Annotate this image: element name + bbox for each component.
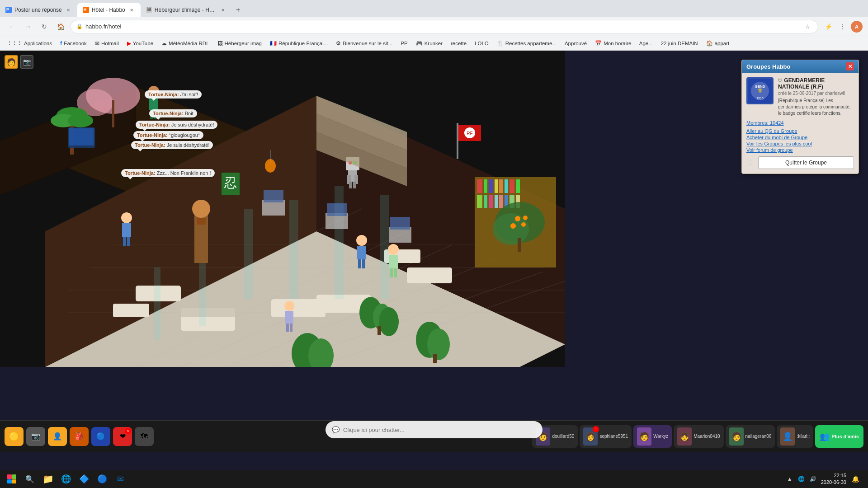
content-area[interactable]: 忍 RF: [0, 51, 868, 470]
new-tab-button[interactable]: +: [231, 3, 245, 17]
friend-nailageran06[interactable]: 🧑 nailageran06: [726, 425, 775, 448]
friend-warkyz[interactable]: 🧑 Warkyz: [633, 425, 672, 448]
group-link-forum[interactable]: Voir forum de groupe: [746, 147, 854, 153]
groupes-close-button[interactable]: ✕: [846, 62, 854, 70]
habbo-icon-6[interactable]: ❤ 5: [113, 427, 132, 446]
bookmark-lolo-label: LOLO: [475, 41, 489, 46]
group-link-qg[interactable]: Aller au QG du Groupe: [746, 128, 854, 134]
group-badge: GEND ⚜ 1515: [746, 77, 774, 104]
chat-speaker-6: Tortue-Ninja:: [125, 170, 156, 176]
game-canvas[interactable]: 忍 RF: [0, 51, 868, 470]
tab-close-hebergeur[interactable]: ✕: [220, 6, 225, 14]
svg-rect-78: [286, 324, 289, 332]
extensions-button[interactable]: ⚡: [822, 20, 835, 33]
chat-text-3: Je suis déshydraté!: [171, 122, 214, 127]
tray-up-arrow[interactable]: ▲: [786, 475, 794, 483]
forward-button[interactable]: →: [22, 20, 34, 33]
svg-rect-26: [509, 179, 514, 193]
habbo-icon-4[interactable]: 🎒: [70, 427, 89, 446]
group-members-row: Membres: 10424: [746, 120, 854, 126]
hotmail-icon: ✉: [95, 40, 99, 47]
taskbar-chrome[interactable]: 🌐: [58, 471, 74, 487]
tab-close-poster[interactable]: ✕: [65, 6, 72, 14]
taskbar-edge[interactable]: 🔷: [76, 471, 92, 487]
bookmark-facebook[interactable]: f Facebook: [57, 39, 90, 47]
friend-sophiane5951[interactable]: 👩 1 sophiane5951: [580, 425, 632, 448]
tab-title-hebergeur: Hébergeur d'image - Hébergem...: [155, 7, 217, 13]
tab-poster[interactable]: P Poster une réponse ✕: [0, 3, 77, 17]
svg-point-113: [515, 216, 520, 221]
friend-kilari[interactable]: 👤 :kilari::: [777, 425, 813, 448]
bookmark-horaire[interactable]: 📅 Mon horaire — Age...: [591, 39, 656, 47]
chat-speaker-5: Tortue-Ninja:: [135, 142, 165, 148]
plus-amis-button[interactable]: 👥 Plus d'amis: [815, 425, 863, 448]
tab-hebergeur[interactable]: 🖼 Hébergeur d'image - Hébergem... ✕: [141, 3, 231, 17]
bookmark-bienvenue[interactable]: ⚙ Bienvenue sur le sit...: [332, 39, 396, 47]
windows-search-button[interactable]: 🔍: [22, 471, 38, 487]
more-button[interactable]: ⋮: [836, 20, 849, 33]
svg-rect-59: [154, 267, 160, 340]
bookmark-meteo[interactable]: ☁ MétéoMédia RDL: [158, 39, 212, 47]
profile-avatar[interactable]: A: [851, 21, 863, 33]
habbo-icon-2[interactable]: 📷: [26, 427, 45, 446]
habbo-icon-1[interactable]: 🟡: [5, 427, 24, 446]
bookmark-pp[interactable]: PP: [397, 40, 411, 47]
tab-close-habbo[interactable]: ✕: [128, 6, 135, 14]
svg-rect-20: [477, 179, 482, 193]
bookmark-star-icon[interactable]: ☆: [802, 22, 812, 32]
group-links: Aller au QG du Groupe Acheter du mobi de…: [746, 128, 854, 153]
group-name: 🛡 GENDARMERIE NATIONALE (R.F): [778, 77, 854, 90]
bookmark-krunker[interactable]: 🎮 Krunker: [412, 39, 446, 47]
group-quit-button[interactable]: Quitter le Groupe: [758, 156, 854, 169]
chat-speaker-1: Tortue-Ninja:: [148, 92, 179, 97]
bookmark-recettes2[interactable]: 🍴 Recettes apparteme...: [493, 39, 560, 47]
group-star-button[interactable]: ☆: [746, 157, 755, 168]
friend-name-douillard50: douillard50: [552, 434, 574, 439]
group-link-cool[interactable]: Voir les Groupes les plus cool: [746, 141, 854, 146]
habbo-icon-7[interactable]: 🗺: [135, 427, 154, 446]
tab-habbo[interactable]: H Hôtel - Habbo ✕: [77, 3, 141, 17]
friend-badge-sophiane5951: 1: [593, 426, 599, 432]
bookmark-apps[interactable]: ⋮⋮⋮ Applications: [4, 39, 56, 47]
bookmark-youtube[interactable]: ▶ YouTube: [123, 39, 157, 47]
bookmark-lolo[interactable]: LOLO: [471, 40, 492, 47]
address-bar-row: ← → ↻ 🏠 🔒 habbo.fr/hotel ☆ ⚡ ⋮ A: [0, 17, 868, 36]
bookmark-appart[interactable]: 🏠 appart: [703, 39, 733, 47]
friend-maarion0410[interactable]: 👧 Maarion0410: [674, 425, 723, 448]
home-button[interactable]: 🏠: [54, 20, 67, 33]
bookmark-hotmail[interactable]: ✉ Hotmail: [91, 39, 123, 47]
taskbar-office[interactable]: 🔵: [94, 471, 110, 487]
svg-rect-57: [380, 195, 389, 299]
tray-sound[interactable]: 🔊: [809, 475, 817, 483]
camera-button[interactable]: 📷: [20, 55, 33, 69]
windows-start-button[interactable]: [4, 471, 20, 487]
svg-rect-47: [377, 326, 381, 335]
tray-network[interactable]: 🌐: [797, 475, 806, 483]
group-members-link[interactable]: Membres: 10424: [746, 120, 784, 126]
svg-rect-67: [362, 259, 365, 268]
system-clock[interactable]: 22:15 2020-06-30: [821, 472, 846, 486]
bookmark-approuve[interactable]: Approuvé: [561, 40, 590, 47]
habbo-icon-3[interactable]: 👤: [48, 427, 67, 446]
tab-title-poster: Poster une réponse: [14, 7, 62, 13]
taskbar-explorer[interactable]: 📁: [40, 471, 56, 487]
notification-button[interactable]: 🔔: [850, 474, 861, 484]
address-box[interactable]: 🔒 habbo.fr/hotel ☆: [71, 20, 818, 33]
chat-input-field[interactable]: [343, 427, 536, 433]
bookmark-hebergeur[interactable]: 🖼 Hébergeur imag: [214, 39, 265, 47]
reload-button[interactable]: ↻: [38, 20, 51, 33]
bookmark-facebook-label: Facebook: [64, 41, 87, 46]
bookmark-recette[interactable]: recette: [447, 40, 470, 47]
bookmark-juin[interactable]: 22 juin DEMAIN: [657, 40, 702, 47]
group-link-mobi[interactable]: Acheter du mobi de Groupe: [746, 135, 854, 140]
chat-input-bar[interactable]: 💬: [326, 421, 542, 438]
habbo-icon-5[interactable]: 🔵: [91, 427, 110, 446]
groupes-panel: Groupes Habbo ✕ GEND ⚜ 1515: [741, 60, 859, 174]
groupes-title: Groupes Habbo: [746, 63, 791, 70]
taskbar-mail[interactable]: ✉: [112, 471, 128, 487]
svg-point-68: [388, 244, 399, 255]
avatar-button[interactable]: 🧑: [5, 55, 18, 69]
hebergeur-icon: 🖼: [217, 40, 223, 47]
bookmark-republique[interactable]: 🇫🇷 République Françai...: [266, 39, 331, 47]
back-button[interactable]: ←: [5, 20, 18, 33]
